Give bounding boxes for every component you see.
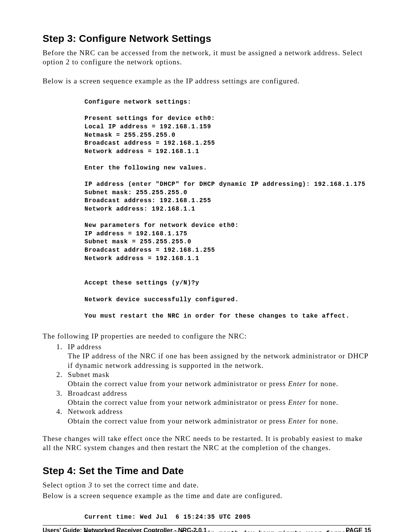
p1-post: to set the correct time and date.: [92, 481, 199, 489]
desc-pre: Obtain the correct value from your netwo…: [68, 398, 288, 406]
step3-para2: Below is a screen sequence example as th…: [43, 77, 371, 86]
list-title: Broadcast address: [68, 389, 371, 398]
footer-row-top: Users' Guide: Networked Receiver Control…: [43, 527, 371, 532]
step3-para3: These changes will take effect once the …: [43, 434, 371, 452]
list-item: 2. Subnet mask: [56, 370, 371, 379]
desc-post: for none.: [306, 398, 338, 406]
list-item: 1. IP address: [56, 342, 371, 351]
page-footer: Users' Guide: Networked Receiver Control…: [43, 525, 371, 532]
emphasis-enter: Enter: [288, 398, 306, 406]
desc-post: for none.: [306, 417, 338, 425]
list-item: 4. Network address: [56, 407, 371, 416]
list-desc: Obtain the correct value from your netwo…: [68, 417, 371, 426]
step3-props-intro: The following IP properties are needed t…: [43, 332, 371, 341]
list-title: Subnet mask: [68, 370, 371, 379]
list-title: Network address: [68, 407, 371, 416]
p1-pre: Select option: [43, 481, 88, 489]
step3-console-output: Configure network settings: Present sett…: [84, 98, 371, 320]
emphasis-enter: Enter: [288, 380, 306, 388]
emphasis-enter: Enter: [288, 417, 306, 425]
list-title: IP address: [68, 342, 371, 351]
desc-pre: Obtain the correct value from your netwo…: [68, 380, 288, 388]
footer-divider: [43, 525, 371, 526]
list-num: 2.: [56, 370, 68, 379]
step3-para1: Before the NRC can be accessed from the …: [43, 48, 371, 67]
list-desc: Obtain the correct value from your netwo…: [68, 379, 371, 388]
document-page: Step 3: Configure Network Settings Befor…: [0, 0, 411, 532]
footer-page: PAGE 15: [346, 527, 371, 532]
step4-para1: Select option 3 to set the correct time …: [43, 481, 371, 490]
step4-para2: Below is a screen sequence example as th…: [43, 491, 371, 500]
step4-heading: Step 4: Set the Time and Date: [43, 465, 371, 477]
list-num: 3.: [56, 389, 68, 398]
list-num: 1.: [56, 342, 68, 351]
desc-pre: Obtain the correct value from your netwo…: [68, 417, 288, 425]
list-desc: The IP address of the NRC if one has bee…: [68, 351, 371, 370]
list-item: 3. Broadcast address: [56, 389, 371, 398]
step3-heading: Step 3: Configure Network Settings: [43, 33, 371, 45]
emphasis-option-3: 3: [88, 481, 92, 489]
list-desc: Obtain the correct value from your netwo…: [68, 398, 371, 407]
ip-properties-list: 1. IP address The IP address of the NRC …: [56, 342, 371, 426]
desc-post: for none.: [306, 380, 338, 388]
footer-title: Users' Guide: Networked Receiver Control…: [43, 527, 207, 532]
list-num: 4.: [56, 407, 68, 416]
